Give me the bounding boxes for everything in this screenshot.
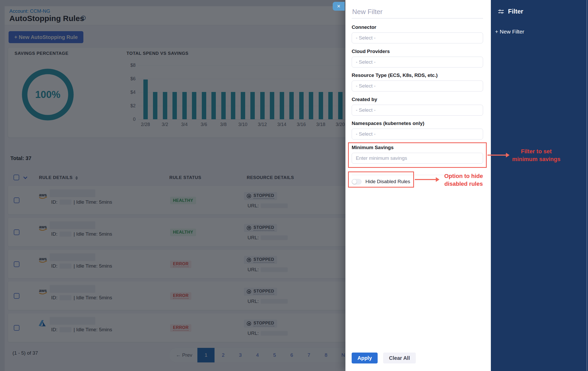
filter-field-created-by: Created by- Select -: [352, 97, 483, 116]
filter-sidebar-header: Filter: [498, 8, 523, 15]
select-input[interactable]: - Select -: [352, 129, 483, 140]
annotation-line: minimum savings: [506, 155, 566, 163]
field-label: Created by: [352, 97, 483, 102]
field-label: Resource Type (ECS, K8s, RDS, etc.): [352, 72, 483, 78]
filter-field-resource-type-ecs-k8s-rds-etc: Resource Type (ECS, K8s, RDS, etc.)- Sel…: [352, 72, 483, 91]
sidebar-new-filter-button[interactable]: + New Filter: [495, 29, 524, 35]
select-input[interactable]: - Select -: [352, 105, 483, 116]
field-label: Cloud Providers: [352, 49, 483, 54]
annotation-box-hide-disabled: [348, 171, 414, 188]
select-input[interactable]: - Select -: [352, 81, 483, 91]
select-input[interactable]: - Select -: [352, 32, 483, 43]
filter-sliders-icon: [498, 8, 505, 15]
autostopping-rules-page: Account: CCM-NG AutoStopping Rules i + N…: [0, 0, 588, 371]
clear-all-button[interactable]: Clear All: [383, 353, 416, 363]
sidebar-scrollbar[interactable]: [586, 0, 587, 371]
close-drawer-button[interactable]: ✕: [333, 2, 345, 11]
apply-button[interactable]: Apply: [352, 353, 378, 363]
annotation-arrow-minimum-savings: [487, 155, 506, 156]
annotation-line: disabled rules: [440, 180, 487, 188]
filter-field-namespaces-kubernetes-only: Namespaces (kubernetes only)- Select -: [352, 121, 483, 140]
annotation-text-minimum-savings: Filter to set minimum savings: [506, 148, 566, 163]
filter-name-input[interactable]: New Filter: [352, 8, 383, 16]
filter-field-cloud-providers: Cloud Providers- Select -: [352, 49, 483, 68]
modal-dim-overlay[interactable]: [0, 0, 345, 371]
filter-sidebar: Filter + New Filter: [491, 0, 588, 371]
annotation-arrow-hide-disabled: [415, 179, 436, 180]
filter-field-connector: Connector- Select -: [352, 24, 483, 43]
annotation-line: Option to hide: [440, 172, 487, 180]
sidebar-title: Filter: [508, 8, 523, 15]
select-input[interactable]: - Select -: [352, 57, 483, 68]
field-label: Namespaces (kubernetes only): [352, 121, 483, 126]
close-icon: ✕: [337, 4, 340, 9]
annotation-line: Filter to set: [506, 148, 566, 155]
title-divider: [352, 18, 483, 18]
annotation-box-minimum-savings: [348, 142, 487, 168]
annotation-arrowhead-hide-disabled: [436, 177, 439, 182]
annotation-text-hide-disabled: Option to hide disabled rules: [440, 172, 487, 188]
field-label: Connector: [352, 24, 483, 30]
